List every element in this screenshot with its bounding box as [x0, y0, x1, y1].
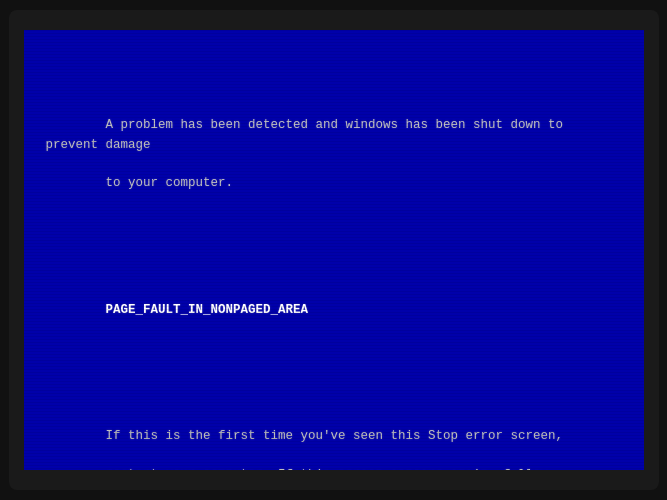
- bsod-content: A problem has been detected and windows …: [46, 58, 622, 470]
- para1-line1: If this is the first time you've seen th…: [106, 429, 564, 443]
- para1-line2: restart your computer. If this screen ap…: [106, 468, 549, 471]
- header-line2: to your computer.: [106, 176, 234, 190]
- paragraph1: If this is the first time you've seen th…: [46, 407, 622, 470]
- error-code: PAGE_FAULT_IN_NONPAGED_AREA: [106, 303, 309, 317]
- header-block: A problem has been detected and windows …: [46, 97, 622, 213]
- error-code-block: PAGE_FAULT_IN_NONPAGED_AREA: [46, 281, 622, 339]
- bsod-screen: A problem has been detected and windows …: [24, 30, 644, 470]
- header-line1: A problem has been detected and windows …: [46, 118, 571, 151]
- monitor: A problem has been detected and windows …: [9, 10, 659, 490]
